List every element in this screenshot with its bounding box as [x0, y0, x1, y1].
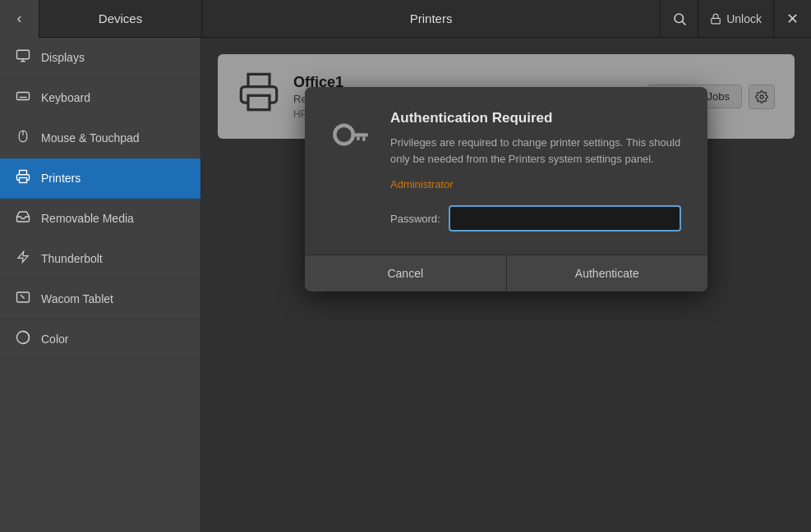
- key-svg: [331, 113, 374, 156]
- svg-line-1: [682, 21, 685, 25]
- dialog-overlay: Authentication Required Privileges are r…: [201, 38, 811, 532]
- search-button[interactable]: [660, 0, 698, 38]
- keyboard-icon: [15, 89, 31, 107]
- wacom-icon: [15, 290, 31, 308]
- sidebar-item-color[interactable]: Color: [0, 319, 200, 360]
- dialog-user: Administrator: [390, 178, 681, 190]
- main-content: Displays Keyboard Mouse & Touchpad Print…: [0, 38, 811, 532]
- dialog-description: Privileges are required to change printe…: [390, 135, 681, 167]
- dialog-content: Authentication Required Privileges are r…: [390, 110, 681, 232]
- svg-rect-3: [17, 50, 30, 59]
- sidebar-item-displays[interactable]: Displays: [0, 38, 200, 78]
- window-title: Printers: [202, 11, 660, 25]
- sidebar-label-printers: Printers: [41, 172, 81, 185]
- search-icon: [672, 11, 687, 26]
- sidebar-label-removable: Removable Media: [41, 212, 134, 225]
- sidebar-label-mouse: Mouse & Touchpad: [41, 131, 140, 144]
- auth-dialog: Authentication Required Privileges are r…: [305, 87, 707, 291]
- password-input[interactable]: [449, 205, 681, 232]
- sidebar-label-color: Color: [41, 332, 68, 346]
- dialog-body: Authentication Required Privileges are r…: [305, 87, 707, 255]
- key-icon: [331, 113, 374, 159]
- authenticate-button[interactable]: Authenticate: [507, 255, 708, 291]
- password-field: Password:: [390, 205, 681, 232]
- back-icon: ‹: [17, 10, 22, 27]
- sidebar-item-printers[interactable]: Printers: [0, 158, 200, 199]
- titlebar-actions: Unlock ✕: [660, 0, 811, 38]
- sidebar-item-wacom[interactable]: Wacom Tablet: [0, 279, 200, 319]
- sidebar-label-displays: Displays: [41, 51, 85, 64]
- svg-rect-24: [357, 137, 359, 140]
- lock-icon: [710, 12, 721, 25]
- sidebar: Displays Keyboard Mouse & Touchpad Print…: [0, 38, 201, 532]
- cancel-button[interactable]: Cancel: [305, 255, 507, 291]
- thunderbolt-icon: [15, 250, 31, 268]
- svg-rect-6: [17, 93, 30, 100]
- svg-marker-15: [18, 251, 28, 262]
- svg-point-0: [675, 14, 684, 23]
- dialog-footer: Cancel Authenticate: [305, 255, 707, 291]
- mouse-icon: [15, 129, 31, 147]
- sidebar-item-mouse[interactable]: Mouse & Touchpad: [0, 118, 200, 158]
- svg-point-21: [334, 126, 353, 144]
- svg-line-17: [21, 295, 25, 299]
- sidebar-label-thunderbolt: Thunderbolt: [41, 252, 103, 265]
- password-label: Password:: [390, 213, 440, 225]
- displays-icon: [15, 48, 31, 66]
- sidebar-label-wacom: Wacom Tablet: [41, 292, 113, 305]
- svg-rect-2: [712, 18, 721, 23]
- unlock-button[interactable]: Unlock: [698, 0, 773, 38]
- sidebar-label-keyboard: Keyboard: [41, 91, 90, 104]
- printers-icon: [15, 169, 31, 187]
- svg-rect-22: [351, 133, 368, 136]
- color-icon: [15, 330, 31, 348]
- svg-rect-14: [20, 178, 27, 183]
- close-button[interactable]: ✕: [773, 0, 811, 38]
- section-label: Devices: [39, 0, 202, 37]
- sidebar-item-thunderbolt[interactable]: Thunderbolt: [0, 239, 200, 279]
- sidebar-item-removable[interactable]: Removable Media: [0, 199, 200, 239]
- svg-rect-23: [362, 137, 365, 141]
- removable-icon: [15, 209, 31, 227]
- titlebar: ‹ Devices Printers Unlock ✕: [0, 0, 811, 38]
- right-content: Office1 Ready HP DESKJET 4400 pcl No Act…: [201, 38, 811, 532]
- dialog-title: Authentication Required: [390, 110, 681, 126]
- back-button[interactable]: ‹: [0, 0, 39, 38]
- sidebar-item-keyboard[interactable]: Keyboard: [0, 78, 200, 118]
